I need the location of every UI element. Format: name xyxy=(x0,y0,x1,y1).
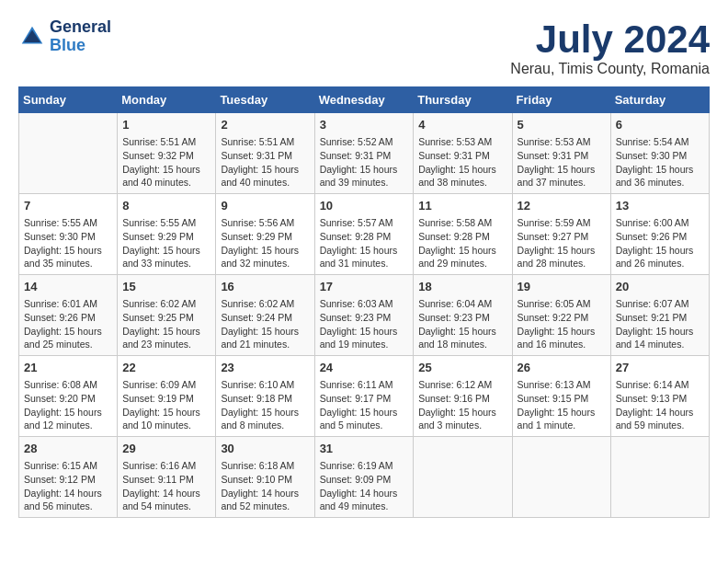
day-number: 17 xyxy=(320,279,409,295)
calendar-cell: 1Sunrise: 5:51 AM Sunset: 9:32 PM Daylig… xyxy=(118,113,216,194)
day-number: 7 xyxy=(24,198,112,214)
day-info: Sunrise: 6:02 AM Sunset: 9:24 PM Dayligh… xyxy=(221,297,309,351)
day-number: 18 xyxy=(418,279,506,295)
day-number: 12 xyxy=(518,198,606,214)
header-saturday: Saturday xyxy=(610,87,709,113)
calendar-cell: 6Sunrise: 5:54 AM Sunset: 9:30 PM Daylig… xyxy=(610,113,709,194)
calendar-cell: 25Sunrise: 6:12 AM Sunset: 9:16 PM Dayli… xyxy=(414,356,512,437)
day-number: 11 xyxy=(418,198,506,214)
day-info: Sunrise: 6:09 AM Sunset: 9:19 PM Dayligh… xyxy=(122,378,210,432)
calendar-cell: 2Sunrise: 5:51 AM Sunset: 9:31 PM Daylig… xyxy=(216,113,314,194)
week-row-5: 28Sunrise: 6:15 AM Sunset: 9:12 PM Dayli… xyxy=(19,436,710,517)
calendar-cell xyxy=(610,436,709,517)
location-subtitle: Nerau, Timis County, Romania xyxy=(510,61,710,77)
calendar-cell: 19Sunrise: 6:05 AM Sunset: 9:22 PM Dayli… xyxy=(512,275,610,356)
day-info: Sunrise: 5:58 AM Sunset: 9:28 PM Dayligh… xyxy=(418,216,506,270)
day-number: 22 xyxy=(122,360,210,376)
day-number: 25 xyxy=(418,360,506,376)
day-info: Sunrise: 6:12 AM Sunset: 9:16 PM Dayligh… xyxy=(418,378,506,432)
calendar-cell: 20Sunrise: 6:07 AM Sunset: 9:21 PM Dayli… xyxy=(610,275,709,356)
day-info: Sunrise: 6:18 AM Sunset: 9:10 PM Dayligh… xyxy=(221,459,309,513)
calendar-cell: 12Sunrise: 5:59 AM Sunset: 9:27 PM Dayli… xyxy=(512,194,610,275)
calendar-cell: 7Sunrise: 5:55 AM Sunset: 9:30 PM Daylig… xyxy=(19,194,118,275)
day-number: 24 xyxy=(320,360,409,376)
day-info: Sunrise: 6:07 AM Sunset: 9:21 PM Dayligh… xyxy=(616,297,704,351)
header-tuesday: Tuesday xyxy=(216,87,314,113)
calendar-cell: 30Sunrise: 6:18 AM Sunset: 9:10 PM Dayli… xyxy=(216,436,314,517)
header-monday: Monday xyxy=(118,87,216,113)
header-sunday: Sunday xyxy=(19,87,118,113)
calendar-cell: 4Sunrise: 5:53 AM Sunset: 9:31 PM Daylig… xyxy=(414,113,512,194)
day-info: Sunrise: 6:11 AM Sunset: 9:17 PM Dayligh… xyxy=(320,378,409,432)
page-header: General Blue July 2024 Nerau, Timis Coun… xyxy=(18,18,710,77)
day-info: Sunrise: 5:52 AM Sunset: 9:31 PM Dayligh… xyxy=(320,135,409,190)
calendar-cell xyxy=(19,113,118,194)
day-info: Sunrise: 6:16 AM Sunset: 9:11 PM Dayligh… xyxy=(122,459,210,513)
calendar-cell: 29Sunrise: 6:16 AM Sunset: 9:11 PM Dayli… xyxy=(118,436,216,517)
week-row-2: 7Sunrise: 5:55 AM Sunset: 9:30 PM Daylig… xyxy=(19,194,710,275)
calendar-cell: 17Sunrise: 6:03 AM Sunset: 9:23 PM Dayli… xyxy=(314,275,414,356)
calendar-cell: 8Sunrise: 5:55 AM Sunset: 9:29 PM Daylig… xyxy=(118,194,216,275)
day-info: Sunrise: 6:05 AM Sunset: 9:22 PM Dayligh… xyxy=(518,297,606,351)
day-info: Sunrise: 6:19 AM Sunset: 9:09 PM Dayligh… xyxy=(320,459,409,513)
day-number: 16 xyxy=(221,279,309,295)
calendar-cell: 11Sunrise: 5:58 AM Sunset: 9:28 PM Dayli… xyxy=(414,194,512,275)
day-info: Sunrise: 6:02 AM Sunset: 9:25 PM Dayligh… xyxy=(122,297,210,351)
day-number: 28 xyxy=(24,441,112,457)
header-wednesday: Wednesday xyxy=(314,87,414,113)
day-info: Sunrise: 5:57 AM Sunset: 9:28 PM Dayligh… xyxy=(320,216,409,270)
week-row-4: 21Sunrise: 6:08 AM Sunset: 9:20 PM Dayli… xyxy=(19,356,710,437)
day-info: Sunrise: 5:55 AM Sunset: 9:29 PM Dayligh… xyxy=(122,216,210,270)
header-friday: Friday xyxy=(512,87,610,113)
day-info: Sunrise: 6:08 AM Sunset: 9:20 PM Dayligh… xyxy=(24,378,112,432)
day-info: Sunrise: 5:55 AM Sunset: 9:30 PM Dayligh… xyxy=(24,216,112,270)
calendar-cell: 13Sunrise: 6:00 AM Sunset: 9:26 PM Dayli… xyxy=(610,194,709,275)
calendar-header-row: SundayMondayTuesdayWednesdayThursdayFrid… xyxy=(19,87,710,113)
calendar-cell xyxy=(414,436,512,517)
day-info: Sunrise: 5:53 AM Sunset: 9:31 PM Dayligh… xyxy=(518,135,606,190)
calendar-cell: 24Sunrise: 6:11 AM Sunset: 9:17 PM Dayli… xyxy=(314,356,414,437)
day-info: Sunrise: 5:53 AM Sunset: 9:31 PM Dayligh… xyxy=(418,135,506,190)
calendar-cell: 27Sunrise: 6:14 AM Sunset: 9:13 PM Dayli… xyxy=(610,356,709,437)
calendar-cell: 9Sunrise: 5:56 AM Sunset: 9:29 PM Daylig… xyxy=(216,194,314,275)
day-info: Sunrise: 5:54 AM Sunset: 9:30 PM Dayligh… xyxy=(616,135,704,190)
calendar-cell: 18Sunrise: 6:04 AM Sunset: 9:23 PM Dayli… xyxy=(414,275,512,356)
month-title: July 2024 xyxy=(510,18,710,61)
calendar-cell: 22Sunrise: 6:09 AM Sunset: 9:19 PM Dayli… xyxy=(118,356,216,437)
day-number: 14 xyxy=(24,279,112,295)
day-info: Sunrise: 5:51 AM Sunset: 9:32 PM Dayligh… xyxy=(122,135,210,190)
calendar-cell: 10Sunrise: 5:57 AM Sunset: 9:28 PM Dayli… xyxy=(314,194,414,275)
day-number: 19 xyxy=(518,279,606,295)
logo-text-line2: Blue xyxy=(50,37,111,55)
day-number: 26 xyxy=(518,360,606,376)
logo-text-line1: General xyxy=(50,18,111,37)
header-thursday: Thursday xyxy=(414,87,512,113)
day-info: Sunrise: 6:10 AM Sunset: 9:18 PM Dayligh… xyxy=(221,378,309,432)
day-number: 1 xyxy=(122,117,210,133)
day-info: Sunrise: 6:04 AM Sunset: 9:23 PM Dayligh… xyxy=(418,297,506,351)
day-info: Sunrise: 5:59 AM Sunset: 9:27 PM Dayligh… xyxy=(518,216,606,270)
calendar-cell: 14Sunrise: 6:01 AM Sunset: 9:26 PM Dayli… xyxy=(19,275,118,356)
day-info: Sunrise: 5:56 AM Sunset: 9:29 PM Dayligh… xyxy=(221,216,309,270)
calendar-cell: 31Sunrise: 6:19 AM Sunset: 9:09 PM Dayli… xyxy=(314,436,414,517)
day-number: 20 xyxy=(616,279,704,295)
day-number: 6 xyxy=(616,117,704,133)
day-number: 29 xyxy=(122,441,210,457)
day-number: 2 xyxy=(221,117,309,133)
week-row-3: 14Sunrise: 6:01 AM Sunset: 9:26 PM Dayli… xyxy=(19,275,710,356)
day-number: 27 xyxy=(616,360,704,376)
logo-icon xyxy=(18,23,46,51)
day-number: 3 xyxy=(320,117,409,133)
day-number: 23 xyxy=(221,360,309,376)
calendar-cell: 28Sunrise: 6:15 AM Sunset: 9:12 PM Dayli… xyxy=(19,436,118,517)
calendar-cell: 16Sunrise: 6:02 AM Sunset: 9:24 PM Dayli… xyxy=(216,275,314,356)
day-number: 30 xyxy=(221,441,309,457)
calendar-cell: 5Sunrise: 5:53 AM Sunset: 9:31 PM Daylig… xyxy=(512,113,610,194)
day-number: 4 xyxy=(418,117,506,133)
day-number: 21 xyxy=(24,360,112,376)
day-number: 10 xyxy=(320,198,409,214)
calendar-table: SundayMondayTuesdayWednesdayThursdayFrid… xyxy=(18,86,710,518)
day-info: Sunrise: 6:03 AM Sunset: 9:23 PM Dayligh… xyxy=(320,297,409,351)
calendar-cell: 23Sunrise: 6:10 AM Sunset: 9:18 PM Dayli… xyxy=(216,356,314,437)
calendar-title-area: July 2024 Nerau, Timis County, Romania xyxy=(510,18,710,77)
